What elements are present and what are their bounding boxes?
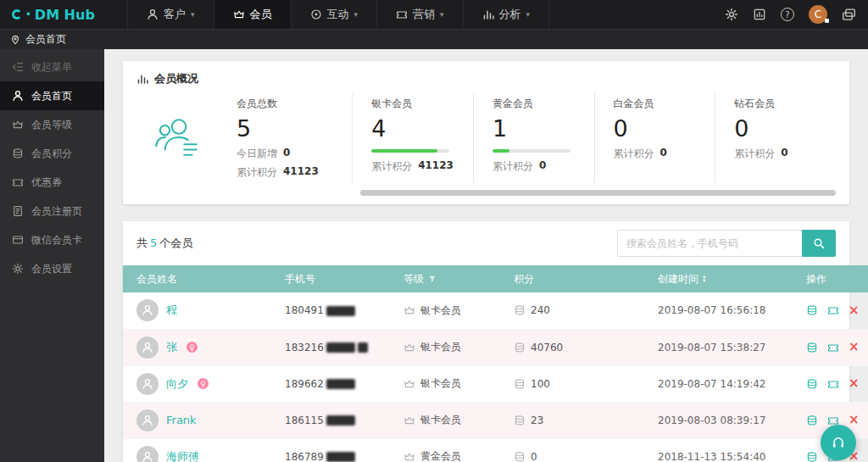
sidebar-item-member-home[interactable]: 会员首页 xyxy=(0,81,104,110)
sidebar-item-member-levels[interactable]: 会员等级 xyxy=(0,110,104,139)
stat-gold-members: 黄金会员 1 累计积分 0 xyxy=(473,93,594,183)
level-badge-icon xyxy=(403,378,415,390)
stat-points-line: 累计积分 0 xyxy=(492,159,586,174)
nav-engagement[interactable]: 互动 ▾ xyxy=(291,0,377,29)
multi-screen-icon[interactable] xyxy=(842,8,856,22)
stat-value: 4 xyxy=(371,115,465,142)
breadcrumb: 会员首页 xyxy=(0,29,868,49)
collapse-menu-button[interactable]: 收起菜单 xyxy=(0,53,104,81)
points-icon xyxy=(514,415,526,426)
ticket-icon xyxy=(12,176,24,188)
sidebar-item-wechat-card[interactable]: 微信会员卡 xyxy=(0,225,104,254)
phone-number: 183216 xyxy=(285,342,324,353)
delete-icon[interactable]: × xyxy=(849,341,860,353)
sidebar-item-member-points[interactable]: 会员积分 xyxy=(0,139,104,168)
sort-icon[interactable]: ▴▾ xyxy=(703,275,706,283)
member-name-link[interactable]: 程 xyxy=(166,303,177,318)
member-name-link[interactable]: 海师傅 xyxy=(166,449,199,462)
chevron-down-icon: ▾ xyxy=(440,10,444,19)
overview-stats: 会员总数 5 今日新增 0 累计积分 41123 银卡会员 4 xyxy=(136,93,836,183)
sidebar-item-signup-page[interactable]: 会员注册页 xyxy=(0,197,104,225)
nav-customers[interactable]: 客户 ▾ xyxy=(127,0,214,29)
horizontal-scrollbar[interactable] xyxy=(360,190,836,196)
app-logo[interactable]: · DM Hub xyxy=(12,7,112,23)
main-content: 会员概况 会员总数 5 今日新增 xyxy=(104,49,868,462)
search-input[interactable] xyxy=(617,230,802,257)
crown-icon xyxy=(233,8,245,20)
member-name-link[interactable]: 张 xyxy=(166,340,177,355)
adjust-points-icon[interactable] xyxy=(806,304,818,316)
settings-gear-icon[interactable] xyxy=(725,8,738,21)
adjust-points-icon[interactable] xyxy=(806,378,818,390)
nav-label: 分析 xyxy=(499,7,521,22)
support-float-button[interactable] xyxy=(821,425,856,460)
person-icon xyxy=(12,90,24,102)
phone-number: 189662 xyxy=(285,378,324,390)
created-time: 2019-08-07 15:38:27 xyxy=(644,329,793,365)
count-number: 5 xyxy=(150,237,157,249)
chevron-down-icon: ▾ xyxy=(191,10,195,19)
delete-icon[interactable]: × xyxy=(849,304,860,317)
points-value: 0 xyxy=(660,147,667,161)
table-row: 海师傅 186789 黄金会员 0 2018-11-13 15:54:40 × xyxy=(123,438,868,462)
filter-funnel-icon[interactable] xyxy=(428,275,437,283)
nav-members[interactable]: 会员 xyxy=(214,0,291,29)
level-badge-icon xyxy=(403,304,415,316)
search-button[interactable] xyxy=(802,230,836,257)
stat-silver-members: 银卡会员 4 累计积分 41123 xyxy=(352,93,473,183)
col-name: 会员姓名 xyxy=(123,265,271,292)
stat-label: 银卡会员 xyxy=(371,97,465,111)
member-search xyxy=(617,230,836,257)
search-icon xyxy=(813,237,825,249)
delete-icon[interactable]: × xyxy=(849,414,860,426)
points-value: 41123 xyxy=(283,165,319,180)
member-level: 黄金会员 xyxy=(420,449,461,462)
points-icon xyxy=(514,342,526,353)
send-coupon-icon[interactable] xyxy=(827,378,839,390)
member-name-link[interactable]: 向夕 xyxy=(166,376,188,392)
member-points: 240 xyxy=(531,304,550,316)
redacted-blur xyxy=(326,452,355,462)
headset-icon xyxy=(831,435,846,450)
members-table: 会员姓名 手机号 等级 积分 创建时间▴▾ 操作 程 180491 银卡会员 2… xyxy=(123,265,868,462)
nav-analytics[interactable]: 分析 ▾ xyxy=(463,0,550,29)
sidebar-item-member-settings[interactable]: 会员设置 xyxy=(0,254,104,283)
level-badge-icon xyxy=(403,451,415,462)
col-created: 创建时间▴▾ xyxy=(644,265,793,292)
help-icon[interactable]: ? xyxy=(781,8,794,21)
coins-icon xyxy=(12,148,24,159)
created-time: 2018-11-13 15:54:40 xyxy=(644,438,793,462)
member-points: 40760 xyxy=(531,342,563,353)
nav-marketing[interactable]: 营销 ▾ xyxy=(376,0,463,29)
adjust-points-icon[interactable] xyxy=(806,415,818,426)
phone-number: 186115 xyxy=(285,415,324,426)
points-label: 累计积分 xyxy=(371,159,412,174)
table-header-row: 会员姓名 手机号 等级 积分 创建时间▴▾ 操作 xyxy=(123,265,868,292)
table-row: 向夕♀ 189662 银卡会员 100 2019-08-07 14:19:42 … xyxy=(123,365,868,402)
logo-dot: · xyxy=(25,10,31,19)
member-name-link[interactable]: Frank xyxy=(166,414,197,426)
send-coupon-icon[interactable] xyxy=(827,304,839,316)
stat-label: 白金会员 xyxy=(614,97,707,111)
gear-icon xyxy=(12,263,24,275)
adjust-points-icon[interactable] xyxy=(806,451,818,462)
chevron-down-icon: ▾ xyxy=(354,10,359,19)
user-avatar[interactable]: C xyxy=(809,5,827,24)
report-icon[interactable] xyxy=(753,8,766,21)
nav-label: 客户 xyxy=(164,7,186,22)
count-prefix: 共 xyxy=(136,237,147,249)
female-icon: ♀ xyxy=(198,378,209,389)
stat-today-line: 今日新增 0 xyxy=(236,147,343,161)
points-value: 41123 xyxy=(418,159,453,174)
member-level: 银卡会员 xyxy=(420,340,461,354)
points-icon xyxy=(514,378,526,390)
sidebar-item-coupons[interactable]: 优惠券 xyxy=(0,168,104,197)
person-icon xyxy=(147,8,159,20)
send-coupon-icon[interactable] xyxy=(827,342,839,353)
adjust-points-icon[interactable] xyxy=(806,342,818,353)
logo-text: DM Hub xyxy=(35,7,95,23)
delete-icon[interactable]: × xyxy=(849,377,860,390)
level-progress-bar xyxy=(492,149,570,153)
overview-title: 会员概况 xyxy=(154,71,198,86)
sidebar-item-label: 微信会员卡 xyxy=(31,233,82,248)
